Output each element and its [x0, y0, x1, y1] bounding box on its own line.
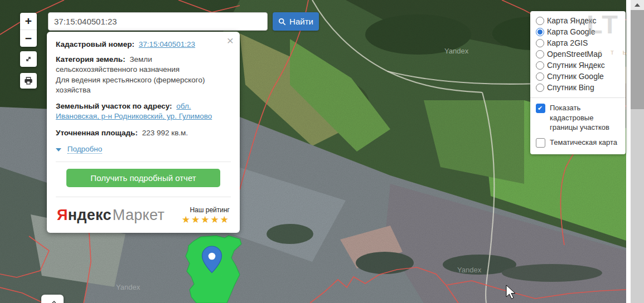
- map-watermark: Yandex: [116, 283, 141, 291]
- checkbox-icon: [536, 104, 545, 113]
- layer-option-label: OpenStreetMap: [547, 50, 602, 58]
- search-bar: Найти: [48, 12, 319, 31]
- yandex-market-logo[interactable]: ЯндексМаркет: [57, 205, 164, 225]
- logo-part: ндекс: [68, 207, 112, 223]
- layer-option-label: Карта Яндекс: [547, 16, 596, 25]
- radio-icon: [536, 39, 544, 47]
- measure-button[interactable]: [41, 295, 64, 303]
- pencil-icon: [47, 298, 57, 303]
- radio-icon: [536, 28, 544, 36]
- radio-icon: [536, 72, 544, 81]
- area-label: Уточненная площадь:: [56, 129, 138, 137]
- area-row: Уточненная площадь: 223 992 кв.м.: [56, 128, 231, 138]
- page-scrollbar[interactable]: [631, 0, 644, 303]
- cadastral-number-row: Кадастровый номер: 37:15:040501:23: [56, 40, 231, 50]
- layer-option-label: Спутник Google: [547, 72, 604, 81]
- scrollbar-thumb[interactable]: [631, 10, 644, 109]
- scroll-up-button[interactable]: [631, 0, 644, 10]
- close-icon[interactable]: ×: [227, 35, 234, 46]
- divider: [56, 197, 231, 197]
- arrow-up-icon: [635, 3, 640, 7]
- logo-part: Маркет: [113, 207, 164, 223]
- cadastral-number-link[interactable]: 37:15:040501:23: [139, 40, 195, 48]
- layer-option-openstreetmap[interactable]: OpenStreetMap: [536, 48, 620, 60]
- chevron-down-icon: [56, 148, 61, 152]
- show-cadastral-borders-checkbox[interactable]: Показать кадастровые границы участков: [536, 103, 620, 133]
- layer-option-label: Карта Google: [547, 27, 595, 36]
- search-button-label: Найти: [289, 17, 313, 26]
- category-note: Для ведения крестьянского (фермерского) …: [56, 75, 231, 95]
- layer-option-karta-yandex[interactable]: Карта Яндекс: [536, 15, 620, 26]
- category-row: Категория земель: Земли сельскохозяйстве…: [56, 55, 231, 75]
- star-rating-icon: ★★★★★: [182, 215, 230, 224]
- checkbox-icon: [536, 138, 545, 148]
- radio-icon: [536, 50, 544, 58]
- layer-option-karta-google[interactable]: Карта Google: [536, 26, 620, 37]
- zoom-in-button[interactable]: +: [20, 13, 37, 30]
- layer-option-label: Карта 2GIS: [547, 38, 588, 47]
- layer-option-label: Спутник Яндекс: [547, 61, 605, 70]
- radio-icon: [536, 84, 544, 92]
- category-label: Категория земель:: [56, 55, 125, 63]
- printer-icon: [23, 76, 33, 86]
- layers-panel: Карта Яндекс Карта Google Карта 2GIS Ope…: [530, 11, 626, 154]
- divider: [530, 97, 626, 98]
- checkbox-label: Показать кадастровые границы участков: [550, 103, 620, 133]
- checkbox-label: Тематическая карта: [550, 138, 617, 148]
- layer-option-karta-2gis[interactable]: Карта 2GIS: [536, 37, 620, 48]
- details-toggle[interactable]: Подробно: [67, 145, 103, 154]
- address-row: Земельный участок по адресу: обл. Иванов…: [56, 101, 231, 121]
- expand-icon: [23, 54, 33, 64]
- radio-icon: [536, 61, 544, 70]
- rating-block: Наш рейтинг ★★★★★: [182, 206, 230, 224]
- thematic-map-checkbox[interactable]: Тематическая карта: [536, 138, 620, 148]
- parcel-info-popup: × Кадастровый номер: 37:15:040501:23 Кат…: [47, 32, 240, 233]
- logo-letter: Я: [57, 207, 68, 223]
- divider: [56, 162, 231, 162]
- get-report-button[interactable]: Получить подробный отчет: [66, 169, 220, 187]
- map-watermark: Yandex: [457, 266, 482, 274]
- zoom-control: + −: [20, 13, 37, 47]
- area-value: 223 992 кв.м.: [142, 129, 188, 137]
- cadastral-map-page: Yandex Yandex Yandex + −: [0, 0, 644, 303]
- rating-label: Наш рейтинг: [182, 206, 230, 214]
- print-button[interactable]: [20, 73, 37, 89]
- cadastral-number-label: Кадастровый номер:: [56, 40, 134, 48]
- layer-option-sputnik-yandex[interactable]: Спутник Яндекс: [536, 60, 620, 71]
- brand-row: ЯндексМаркет Наш рейтинг ★★★★★: [56, 204, 231, 227]
- search-input[interactable]: [48, 12, 268, 31]
- search-icon: [278, 18, 286, 26]
- search-button[interactable]: Найти: [273, 12, 319, 31]
- details-row: Подробно: [56, 144, 231, 154]
- zoom-out-button[interactable]: −: [20, 30, 37, 47]
- layer-option-sputnik-bing[interactable]: Спутник Bing: [536, 82, 620, 93]
- map-watermark: Yandex: [444, 47, 469, 55]
- layer-option-label: Спутник Bing: [547, 83, 594, 92]
- radio-icon: [536, 17, 544, 25]
- address-label: Земельный участок по адресу:: [56, 102, 172, 110]
- layer-option-sputnik-google[interactable]: Спутник Google: [536, 71, 620, 82]
- fullscreen-button[interactable]: [20, 51, 37, 67]
